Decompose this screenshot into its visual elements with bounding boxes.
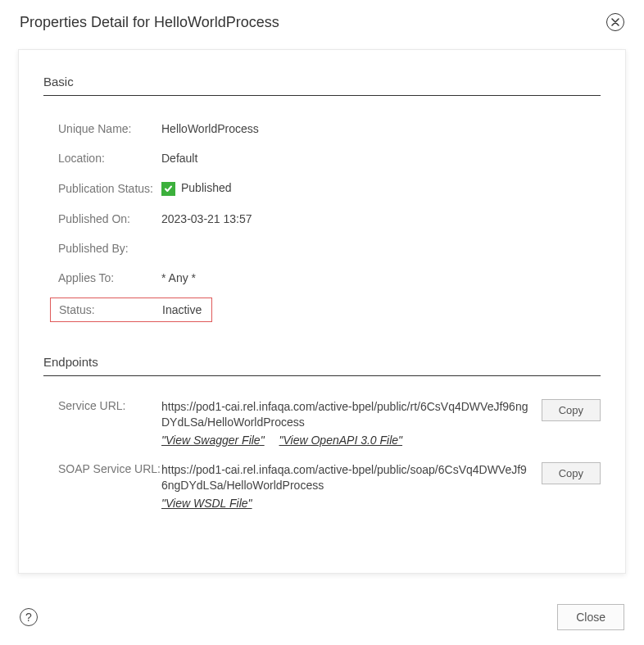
endpoints-section-title: Endpoints (43, 355, 601, 376)
close-button[interactable]: Close (557, 604, 624, 630)
copy-service-url-button[interactable]: Copy (542, 399, 601, 421)
row-published-on: Published On: 2023-03-21 13:57 (58, 204, 601, 234)
published-by-label: Published By: (58, 242, 161, 255)
status-highlight: Status: Inactive (50, 298, 212, 322)
help-icon[interactable]: ? (20, 608, 38, 626)
dialog-title: Properties Detail for HelloWorldProcess (20, 14, 279, 31)
row-published-by: Published By: (58, 234, 601, 263)
service-url-label: Service URL: (58, 399, 161, 412)
row-applies-to: Applies To: * Any * (58, 263, 601, 293)
view-swagger-link[interactable]: "View Swagger File" (161, 434, 265, 447)
copy-soap-url-button[interactable]: Copy (542, 462, 601, 484)
location-value: Default (161, 152, 197, 165)
check-icon (161, 182, 175, 196)
soap-url-value: https://pod1-cai.rel.infaqa.com/active-b… (161, 463, 527, 493)
publication-status-value: Published (161, 181, 232, 196)
row-status: Status: Inactive (58, 298, 601, 322)
unique-name-value: HelloWorldProcess (161, 122, 259, 135)
row-service-url: Service URL: https://pod1-cai.rel.infaqa… (58, 394, 601, 457)
published-on-value: 2023-03-21 13:57 (161, 212, 252, 225)
status-label: Status: (52, 303, 162, 316)
row-location: Location: Default (58, 143, 601, 173)
properties-panel: Basic Unique Name: HelloWorldProcess Loc… (18, 49, 626, 574)
row-soap-url: SOAP Service URL: https://pod1-cai.rel.i… (58, 457, 601, 520)
published-on-label: Published On: (58, 212, 161, 225)
soap-url-label: SOAP Service URL: (58, 462, 161, 475)
publication-status-label: Publication Status: (58, 182, 161, 195)
location-label: Location: (58, 152, 161, 165)
view-openapi-link[interactable]: "View OpenAPI 3.0 File" (279, 434, 403, 447)
applies-to-label: Applies To: (58, 271, 161, 284)
service-url-value: https://pod1-cai.rel.infaqa.com/active-b… (161, 400, 528, 429)
close-icon[interactable] (606, 13, 624, 31)
row-publication-status: Publication Status: Published (58, 173, 601, 204)
view-wsdl-link[interactable]: "View WSDL File" (161, 497, 252, 510)
row-unique-name: Unique Name: HelloWorldProcess (58, 114, 601, 143)
unique-name-label: Unique Name: (58, 122, 161, 135)
basic-section-title: Basic (43, 75, 601, 96)
applies-to-value: * Any * (161, 271, 196, 284)
status-value: Inactive (162, 303, 205, 316)
